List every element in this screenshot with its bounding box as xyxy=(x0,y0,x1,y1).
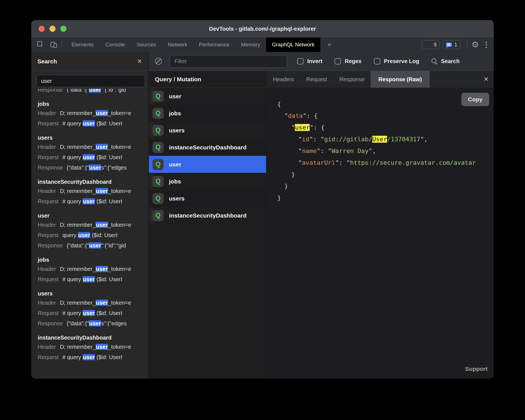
checkbox-regex[interactable]: Regex xyxy=(335,58,361,65)
search-close-icon[interactable]: ✕ xyxy=(137,58,142,65)
query-item-users[interactable]: Qusers xyxy=(149,122,155,139)
checkbox-box-invert[interactable] xyxy=(297,58,304,65)
more-tabs-chevron-icon[interactable]: » xyxy=(320,41,338,48)
query-item-users[interactable]: Qusers xyxy=(149,190,266,207)
message-icon xyxy=(446,42,452,47)
line-text: # query xyxy=(63,354,83,360)
console-warnings-badge[interactable]: ! 9 xyxy=(422,40,440,49)
json-token: " xyxy=(291,124,295,131)
inspect-element-icon[interactable] xyxy=(37,41,44,48)
filter-input[interactable] xyxy=(170,55,287,68)
search-result-entry[interactable]: jobsHeaderD; remember_user_token=eReques… xyxy=(38,100,148,129)
line-content: D; remember_user_token=e xyxy=(60,300,131,306)
device-toolbar-icon[interactable] xyxy=(50,41,58,48)
tab-console[interactable]: Console xyxy=(99,37,131,52)
tab-response-raw[interactable]: Response (Raw) xyxy=(371,71,430,88)
line-label: Header xyxy=(38,344,56,350)
support-link[interactable]: Support xyxy=(465,363,488,375)
match-highlight: user xyxy=(83,276,95,282)
query-item-jobs[interactable]: Qjobs xyxy=(149,173,155,190)
match-highlight: user xyxy=(96,144,108,150)
close-window-button[interactable] xyxy=(39,26,45,32)
query-type-icon: Q xyxy=(152,176,164,187)
tab-network[interactable]: Network xyxy=(162,37,193,52)
search-input[interactable] xyxy=(36,75,145,87)
tab-graphql-network[interactable]: GraphQL Network xyxy=(266,37,320,52)
line-content: # query user ($id: UserI xyxy=(63,120,122,127)
line-text: ($id: UserI xyxy=(90,232,118,238)
json-token: { xyxy=(277,101,281,108)
search-result-entry[interactable]: instanceSecurityDashboardHeaderD; rememb… xyxy=(38,333,148,362)
search-result-line: HeaderD; remember_user_token=e xyxy=(38,264,148,274)
line-label: Request xyxy=(38,310,59,316)
json-token: ": { xyxy=(310,124,324,131)
line-text: s":{"edges xyxy=(101,164,127,171)
tab-memory[interactable]: Memory xyxy=(235,37,266,52)
tab-headers[interactable]: Headers xyxy=(267,71,300,88)
warning-count: 9 xyxy=(434,42,436,48)
json-line: "avatarUrl": "https://secure.gravatar.co… xyxy=(277,157,494,169)
checkbox-label: Regex xyxy=(345,58,361,65)
json-token: ", xyxy=(369,147,376,154)
json-token: ": " xyxy=(309,136,324,143)
search-result-entry[interactable]: usersHeaderD; remember_user_token=eReque… xyxy=(38,133,148,173)
line-content: D; remember_user_token=e xyxy=(60,222,131,228)
query-item-label: users xyxy=(169,195,185,202)
search-result-line: Request# query user ($id: UserI xyxy=(38,118,148,129)
settings-gear-icon[interactable]: ⚙ xyxy=(471,40,479,49)
line-text: {"data":{" xyxy=(67,320,89,326)
line-text: # query xyxy=(63,310,83,316)
checkbox-invert[interactable]: Invert xyxy=(297,58,322,65)
console-messages-badge[interactable]: 1 xyxy=(443,40,460,49)
json-line: "name": "Warren Day", xyxy=(277,145,494,157)
tab-elements[interactable]: Elements xyxy=(66,37,99,52)
line-text: _token=e xyxy=(108,110,131,116)
line-label: Request xyxy=(38,276,59,282)
detail-close-icon[interactable]: ✕ xyxy=(484,76,489,83)
query-item-user[interactable]: Quser xyxy=(149,88,155,105)
query-item-label: users xyxy=(169,127,185,134)
line-text: {"data":{" xyxy=(67,89,89,93)
json-token: name xyxy=(302,147,317,154)
line-text: _token=e xyxy=(108,222,131,228)
line-label: Header xyxy=(38,266,56,272)
search-result-entry[interactable]: instanceSecurityDashboardHeaderD; rememb… xyxy=(38,178,148,207)
minimize-window-button[interactable] xyxy=(49,26,56,32)
tab-request[interactable]: Request xyxy=(300,71,333,88)
line-text: # query xyxy=(63,198,83,204)
search-result-entry[interactable]: usersHeaderD; remember_user_token=eReque… xyxy=(38,289,148,329)
result-operation-name: jobs xyxy=(38,256,148,264)
tab-performance[interactable]: Performance xyxy=(193,37,235,52)
line-text: _token=e xyxy=(108,266,131,272)
match-highlight: user xyxy=(96,300,108,306)
search-result-entry[interactable]: jobsHeaderD; remember_user_token=eReques… xyxy=(38,256,148,285)
json-token: } xyxy=(284,183,288,190)
checkbox-box-regex[interactable] xyxy=(335,58,341,65)
tab-response[interactable]: Response xyxy=(333,71,371,88)
zoom-window-button[interactable] xyxy=(60,26,66,32)
result-operation-name: users xyxy=(38,133,148,142)
tab-sources[interactable]: Sources xyxy=(131,37,162,52)
clear-block-icon[interactable] xyxy=(155,58,162,65)
query-item-user[interactable]: Quser xyxy=(149,156,266,173)
filter-bar: InvertRegexPreserve Log Search xyxy=(149,52,494,71)
line-label: Header xyxy=(38,110,56,116)
search-result-line: Response{"data":{"user":{"id":"gid xyxy=(38,240,148,251)
checkbox-preserve-log[interactable]: Preserve Log xyxy=(374,58,419,65)
checkbox-box-preserve-log[interactable] xyxy=(374,58,380,65)
line-text: s":{"edges xyxy=(101,320,127,326)
query-item-label: user xyxy=(169,161,181,168)
search-panel-title: Search xyxy=(37,58,137,65)
kebab-menu-icon[interactable] xyxy=(486,42,487,48)
network-search-control[interactable]: Search xyxy=(431,58,460,65)
query-type-icon: Q xyxy=(152,210,164,221)
query-item-jobs[interactable]: Qjobs xyxy=(149,105,266,122)
copy-button[interactable]: Copy xyxy=(461,93,490,106)
query-item-instancesecuritydashboard[interactable]: QinstanceSecurityDashboard xyxy=(149,207,155,224)
query-item-label: user xyxy=(169,93,181,100)
query-item-instancesecuritydashboard[interactable]: QinstanceSecurityDashboard xyxy=(149,139,266,156)
match-highlight: user xyxy=(96,222,108,228)
search-result-entry[interactable]: userHeaderD; remember_user_token=eReques… xyxy=(38,211,148,251)
search-result-line: HeaderD; remember_user_token=e xyxy=(38,342,148,352)
match-highlight: user xyxy=(96,188,108,194)
